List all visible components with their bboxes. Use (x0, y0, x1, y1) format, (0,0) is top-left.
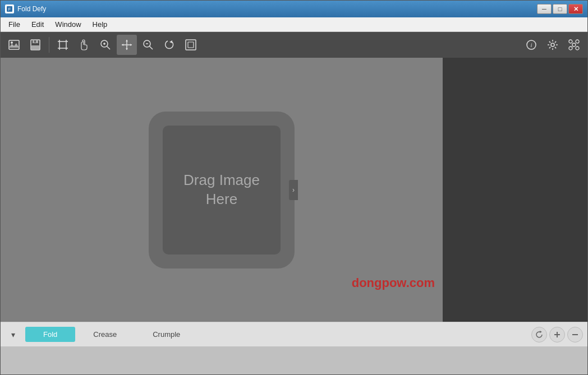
svg-text:i: i (530, 41, 532, 48)
menu-window[interactable]: Window (49, 19, 86, 30)
app-icon: F (5, 4, 14, 13)
bottom-controls (531, 327, 583, 342)
remove-button[interactable] (567, 327, 583, 342)
toolbar-separator-1 (49, 37, 49, 53)
window-title: Fold Defy (17, 5, 46, 13)
canvas-area[interactable]: › Drag ImageHere dongpow.com (1, 58, 443, 322)
export-button[interactable] (181, 35, 201, 55)
title-bar: F Fold Defy ─ □ ✕ (1, 1, 587, 17)
minimize-button[interactable]: ─ (537, 4, 552, 14)
menu-edit[interactable]: Edit (26, 19, 49, 30)
panel-toggle-button[interactable]: › (289, 180, 298, 200)
svg-point-40 (569, 47, 572, 50)
svg-rect-9 (59, 41, 66, 48)
svg-marker-27 (122, 44, 123, 46)
settings-button[interactable] (543, 35, 563, 55)
menu-file[interactable]: File (3, 19, 26, 30)
svg-point-4 (11, 41, 13, 44)
svg-point-37 (551, 43, 554, 47)
drop-zone-inner: Drag ImageHere (163, 126, 281, 254)
tabs-container: Fold Crease Crumple (25, 327, 529, 342)
tab-crease[interactable]: Crease (75, 327, 135, 342)
watermark: dongpow.com (352, 276, 435, 290)
tab-crumple[interactable]: Crumple (135, 327, 198, 342)
zoom-out-button[interactable] (138, 35, 158, 55)
svg-marker-3 (9, 43, 19, 48)
refresh-button[interactable] (531, 327, 547, 342)
menu-bar: File Edit Window Help (1, 17, 587, 32)
bottom-bar: ▾ Fold Crease Crumple (1, 322, 587, 346)
transform-button[interactable] (74, 35, 94, 55)
svg-point-41 (576, 47, 579, 50)
svg-text:F: F (8, 7, 11, 11)
add-button[interactable] (549, 327, 565, 342)
svg-marker-43 (540, 331, 542, 333)
svg-point-38 (569, 40, 572, 43)
svg-marker-26 (126, 48, 128, 50)
window-controls: ─ □ ✕ (537, 4, 583, 14)
expand-button[interactable]: ▾ (5, 327, 21, 342)
svg-rect-33 (186, 40, 196, 50)
svg-point-39 (576, 40, 579, 43)
svg-point-42 (572, 43, 576, 47)
svg-line-22 (107, 47, 111, 50)
svg-marker-32 (169, 40, 172, 43)
zoom-in-button[interactable] (95, 35, 116, 55)
tab-fold[interactable]: Fold (25, 327, 75, 342)
toolbar: i (1, 32, 587, 58)
svg-marker-25 (126, 40, 128, 41)
info-button[interactable]: i (521, 35, 541, 55)
drop-zone[interactable]: Drag ImageHere (149, 112, 295, 268)
svg-marker-28 (130, 44, 132, 46)
main-area: › Drag ImageHere dongpow.com (1, 58, 587, 322)
title-bar-left: F Fold Defy (5, 4, 46, 13)
drop-text: Drag ImageHere (183, 171, 260, 209)
footer-area (1, 346, 587, 374)
close-button[interactable]: ✕ (568, 4, 583, 14)
maximize-button[interactable]: □ (553, 4, 567, 14)
save-button[interactable] (25, 35, 45, 55)
svg-rect-7 (31, 45, 39, 49)
svg-rect-34 (188, 42, 194, 48)
effects-button[interactable] (564, 35, 584, 55)
crop-button[interactable] (53, 35, 73, 55)
svg-line-31 (150, 47, 153, 50)
main-window: F Fold Defy ─ □ ✕ File Edit Window Help (0, 0, 588, 375)
right-panel (443, 58, 587, 322)
move-button[interactable] (117, 35, 137, 55)
menu-help[interactable]: Help (87, 19, 113, 30)
rotate-button[interactable] (159, 35, 180, 55)
svg-rect-2 (9, 40, 19, 49)
svg-rect-8 (34, 40, 36, 43)
open-image-button[interactable] (4, 35, 24, 55)
